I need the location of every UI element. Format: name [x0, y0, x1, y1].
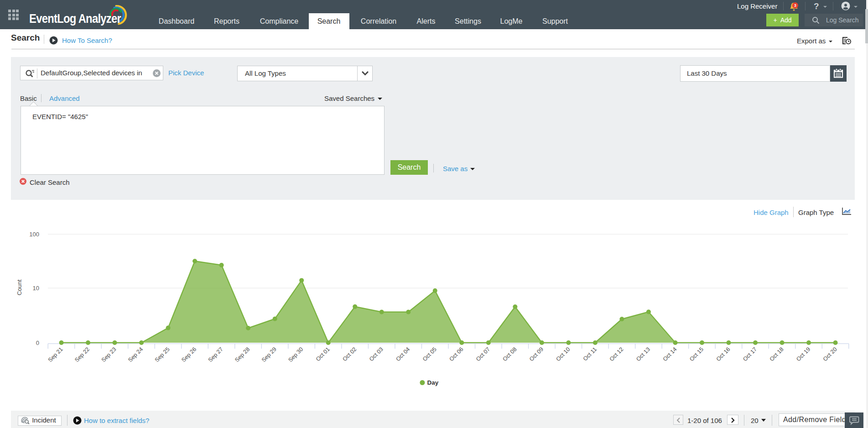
svg-text:Sep 25: Sep 25: [154, 346, 171, 363]
svg-text:Oct 08: Oct 08: [502, 346, 518, 362]
svg-text:Oct 19: Oct 19: [795, 346, 811, 362]
svg-text:Sep 23: Sep 23: [100, 346, 118, 363]
svg-text:3: 3: [794, 3, 796, 8]
svg-text:Oct 06: Oct 06: [448, 346, 464, 362]
svg-text:Oct 02: Oct 02: [341, 346, 358, 362]
svg-text:Oct 04: Oct 04: [395, 346, 411, 362]
svg-text:Sep 21: Sep 21: [47, 346, 64, 363]
svg-text:100: 100: [29, 231, 39, 238]
svg-text:0: 0: [36, 339, 39, 346]
svg-text:Oct 20: Oct 20: [822, 346, 838, 362]
svg-text:Sep 27: Sep 27: [207, 346, 224, 363]
svg-text:Oct 15: Oct 15: [688, 346, 705, 362]
svg-text:Count: Count: [16, 279, 23, 295]
svg-text:Sep 22: Sep 22: [73, 346, 91, 363]
svg-text:Sep 30: Sep 30: [287, 346, 304, 363]
svg-text:Oct 16: Oct 16: [715, 346, 732, 362]
svg-text:Oct 01: Oct 01: [315, 346, 331, 362]
svg-text:Oct 09: Oct 09: [528, 346, 545, 362]
svg-text:Oct 17: Oct 17: [742, 346, 758, 362]
svg-text:Oct 03: Oct 03: [368, 346, 385, 362]
svg-text:Oct 18: Oct 18: [769, 346, 785, 362]
svg-text:Oct 11: Oct 11: [582, 346, 598, 362]
svg-text:Oct 14: Oct 14: [662, 346, 678, 362]
svg-text:Day: Day: [427, 379, 439, 386]
svg-text:Oct 05: Oct 05: [421, 346, 438, 362]
svg-text:Sep 24: Sep 24: [127, 346, 144, 363]
svg-text:Sep 26: Sep 26: [180, 346, 198, 363]
svg-text:Sep 29: Sep 29: [260, 346, 278, 363]
svg-text:Oct 10: Oct 10: [555, 346, 572, 362]
svg-text:Oct 12: Oct 12: [608, 346, 625, 362]
svg-text:Sep 28: Sep 28: [234, 346, 251, 363]
svg-text:Oct 07: Oct 07: [475, 346, 491, 362]
svg-text:10: 10: [33, 285, 39, 292]
svg-text:Oct 13: Oct 13: [635, 346, 651, 362]
